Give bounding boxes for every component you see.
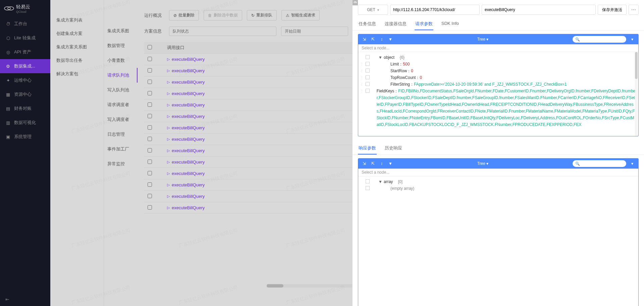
http-method-select[interactable]: GET ▾ bbox=[358, 5, 388, 15]
tree-key: FieldKeys bbox=[377, 89, 394, 93]
tree-value: 500 bbox=[403, 62, 410, 67]
tree-row[interactable]: ⋮⋮ StartRow：0 bbox=[360, 68, 636, 74]
tree-checkbox[interactable] bbox=[366, 75, 370, 79]
drag-handle-icon[interactable]: ⋮⋮ bbox=[360, 61, 364, 68]
tree-value: 0 bbox=[411, 69, 413, 73]
drag-handle-icon[interactable]: ⋮⋮ bbox=[360, 68, 364, 74]
tree-key: Limit bbox=[390, 62, 399, 67]
expand-all-icon[interactable]: ⇲ bbox=[362, 37, 367, 42]
tree-v-scrollbar[interactable] bbox=[635, 52, 638, 136]
tree-value: FID,FBillNo,FDocumentStatus,FSaleOrgId.F… bbox=[377, 89, 636, 127]
drag-handle-icon[interactable]: ⋮⋮ bbox=[360, 74, 364, 81]
tree-checkbox[interactable] bbox=[366, 179, 370, 183]
request-tree-box: ⇲ ⇱ ↕ ▼ ↶ ↷ Tree ▾ 🔍 ▾ Select a node... … bbox=[358, 34, 639, 136]
expand-toggle[interactable]: ▼ bbox=[378, 54, 382, 61]
tree-mode-select[interactable]: Tree ▾ bbox=[477, 161, 489, 166]
tree-value: FApproveDate>='2024-10-20 09:59:36' and … bbox=[414, 82, 567, 87]
tree-search-input[interactable]: 🔍 bbox=[573, 160, 626, 167]
tree-key: TopRowCount bbox=[390, 75, 416, 80]
request-url-input[interactable] bbox=[390, 5, 480, 15]
tree-row[interactable]: ⋮⋮ FilterString：FApproveDate>='2024-10-2… bbox=[360, 81, 636, 88]
tree-checkbox[interactable] bbox=[366, 69, 370, 73]
response-tree-body: ▼ array [0] (empty array) bbox=[358, 176, 638, 306]
select-node-placeholder[interactable]: Select a node... bbox=[358, 169, 638, 176]
modal-overlay bbox=[0, 0, 352, 306]
tree-row[interactable]: ⋮⋮ TopRowCount：0 bbox=[360, 74, 636, 81]
sort-icon[interactable]: ↕ bbox=[379, 161, 384, 166]
search-icon: 🔍 bbox=[575, 37, 580, 42]
collapse-all-icon[interactable]: ⇱ bbox=[370, 37, 376, 42]
response-tree-box: ⇲ ⇱ ↕ ▼ ↶ ↷ Tree ▾ 🔍 ▾ Select a node... … bbox=[358, 158, 639, 306]
tree-key: FilterString bbox=[390, 82, 410, 87]
sort-icon[interactable]: ↕ bbox=[379, 37, 384, 42]
request-detail-panel: GET ▾ 保存并激活 ⋯ 任务信息 连接器信息 请求参数 SDK Info ⇲… bbox=[352, 0, 644, 306]
drag-handle-icon[interactable]: ⋮⋮ bbox=[360, 81, 364, 88]
tree-checkbox[interactable] bbox=[366, 62, 370, 66]
request-tabs: 任务信息 连接器信息 请求参数 SDK Info bbox=[353, 18, 644, 31]
tab-connector-info[interactable]: 连接器信息 bbox=[384, 18, 407, 30]
expand-toggle[interactable]: ▼ bbox=[378, 178, 382, 185]
request-tree-body: ▼ object {6} ⋮⋮ Limit：500 ⋮⋮ StartRow：0 … bbox=[358, 52, 638, 136]
search-icon: 🔍 bbox=[575, 162, 580, 166]
tree-checkbox[interactable] bbox=[366, 82, 370, 86]
response-tabs: 响应参数 历史响应 bbox=[353, 141, 644, 155]
tree-mode-select[interactable]: Tree ▾ bbox=[477, 37, 489, 42]
tree-search-input[interactable]: 🔍 bbox=[573, 36, 626, 43]
tab-task-info[interactable]: 任务信息 bbox=[358, 18, 377, 30]
redo-icon[interactable]: ↷ bbox=[353, 0, 358, 5]
tree-checkbox[interactable] bbox=[366, 89, 370, 93]
tree-row[interactable]: ⋮⋮ Limit：500 bbox=[360, 61, 636, 68]
select-node-placeholder[interactable]: Select a node... bbox=[358, 44, 638, 52]
save-activate-button[interactable]: 保存并激活 bbox=[598, 5, 627, 15]
tree-value: 0 bbox=[420, 75, 422, 80]
dropdown-icon[interactable]: ▾ bbox=[630, 37, 635, 42]
filter-icon[interactable]: ▼ bbox=[388, 37, 393, 42]
dropdown-icon[interactable]: ▾ bbox=[630, 161, 635, 166]
tree-checkbox[interactable] bbox=[366, 186, 370, 190]
tab-response-params[interactable]: 响应参数 bbox=[358, 142, 377, 155]
request-name-input[interactable] bbox=[482, 5, 596, 15]
tree-key: StartRow bbox=[390, 69, 407, 73]
tab-response-history[interactable]: 历史响应 bbox=[384, 142, 403, 155]
tree-checkbox[interactable] bbox=[366, 55, 370, 59]
more-actions-button[interactable]: ⋯ bbox=[629, 5, 639, 15]
tree-row[interactable]: ⋮⋮ FieldKeys：FID,FBillNo,FDocumentStatus… bbox=[360, 88, 636, 128]
request-tree-toolbar: ⇲ ⇱ ↕ ▼ ↶ ↷ Tree ▾ 🔍 ▾ bbox=[358, 34, 638, 44]
chevron-down-icon: ▾ bbox=[377, 8, 379, 12]
response-tree-toolbar: ⇲ ⇱ ↕ ▼ ↶ ↷ Tree ▾ 🔍 ▾ bbox=[358, 159, 638, 169]
dots-icon: ⋯ bbox=[631, 7, 636, 12]
filter-icon[interactable]: ▼ bbox=[388, 161, 393, 166]
drag-handle-icon[interactable] bbox=[360, 178, 364, 185]
drag-handle-icon[interactable]: ⋮⋮ bbox=[360, 88, 364, 128]
tab-sdk-info[interactable]: SDK Info bbox=[441, 18, 460, 30]
expand-all-icon[interactable]: ⇲ bbox=[362, 161, 367, 166]
drag-handle-icon[interactable] bbox=[360, 54, 364, 61]
tab-request-params[interactable]: 请求参数 bbox=[415, 18, 433, 30]
collapse-all-icon[interactable]: ⇱ bbox=[370, 161, 376, 166]
